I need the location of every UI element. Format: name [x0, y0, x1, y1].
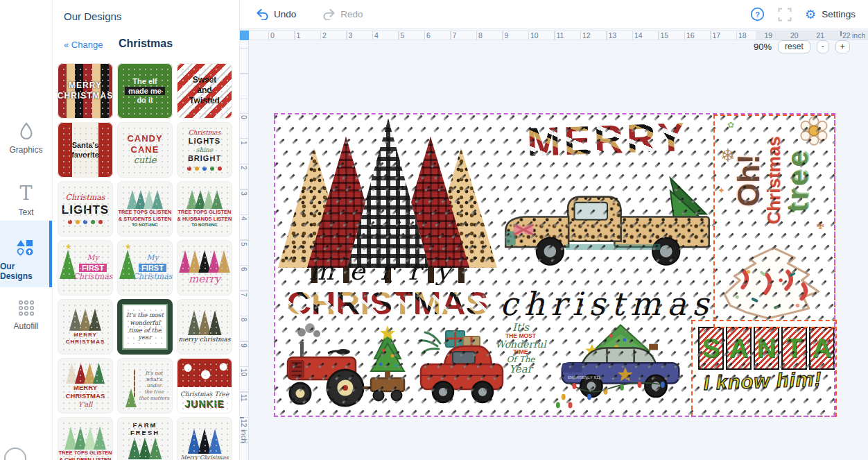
string-lights-icon: [68, 220, 72, 224]
sidebar-item-autofill[interactable]: Autofill: [0, 294, 52, 343]
design-thumbnail-elf-made-me-do-it[interactable]: The elfmade medo it: [117, 63, 173, 119]
thumbnail-text: cutie: [134, 155, 157, 166]
settings-button[interactable]: Settings: [822, 9, 856, 19]
zoom-out-button[interactable]: -: [817, 40, 829, 53]
design-thumbnail-merry-christmas-plaid[interactable]: MERRYCHRISTMAS: [58, 63, 113, 119]
santa-letter-tiles: SANTA: [698, 327, 835, 370]
zoom-reset-button[interactable]: reset: [778, 40, 810, 53]
design-thumbnail-christmas-lights[interactable]: ChristmasLIGHTS: [58, 181, 113, 237]
tree-icon: [125, 389, 137, 407]
design-thumbnail-christmas-tree-junkie[interactable]: Christmas TreeJUNKIE: [177, 358, 232, 414]
thumbnail-text: My: [87, 254, 98, 263]
thumbnail-trees: [71, 309, 100, 331]
h-ruler-label: 10: [530, 31, 539, 40]
tree-icon: [79, 309, 92, 331]
category-title: Christmas: [52, 37, 239, 50]
thumbnail-text: It's not: [146, 370, 163, 376]
canvas-design-trees-merry-christmas[interactable]: merry CHRISTMAS: [278, 119, 497, 321]
thumbnail-text: what's: [146, 377, 162, 382]
thumbnail-text: CANDY: [127, 134, 162, 144]
canvas-design-christmas-police-car[interactable]: EMERGENCY 911: [554, 323, 690, 411]
droplet-icon: [18, 122, 35, 140]
design-thumbnail-tree-tops-glisten-children[interactable]: TREE TOPS GLISTEN& CHILDREN LISTEN: [58, 417, 113, 460]
sidebar-item-graphics[interactable]: Graphics: [0, 117, 52, 164]
design-thumbnail-camo-merry-christmas[interactable]: MERRYCHRISTMAS: [58, 299, 113, 355]
canvas-design-santa-i-know-him[interactable]: SANTA I know him!: [693, 321, 833, 413]
h-ruler-label: 11: [557, 31, 564, 40]
ruler-shade: [756, 31, 868, 40]
design-thumbnail-merry-christmas-yall[interactable]: MERRYCHRISTMASY'all: [58, 358, 113, 414]
design-thumbnail-santas-favorite[interactable]: Santa'sfavorite: [58, 122, 113, 178]
help-icon[interactable]: ?: [750, 7, 765, 22]
police-car-art: [554, 323, 690, 411]
sidebar-item-text[interactable]: T Text: [0, 179, 52, 226]
design-thumbnail-tree-tops-glisten-students[interactable]: TREE TOPS GLISTEN& STUDENTS LISTENTO NOT…: [117, 181, 173, 237]
thumbnail-text: The elf: [132, 77, 157, 86]
tree-icon: [209, 429, 222, 454]
zoom-in-button[interactable]: +: [835, 40, 850, 53]
v-ruler-label: 8: [239, 318, 248, 322]
i-know-him-text: I know him!: [692, 367, 833, 395]
chat-widget-button[interactable]: [4, 448, 26, 460]
h-ruler-label: 13: [609, 31, 617, 40]
v-ruler-label: 11: [239, 394, 248, 402]
sidebar-item-our-designs[interactable]: Our Designs: [0, 221, 52, 287]
h-ruler-label: 18: [738, 31, 747, 40]
watermark-slash: [835, 327, 835, 332]
ruler-origin-marker: [239, 31, 249, 40]
santa-letter-tile: A: [726, 327, 752, 370]
fullscreen-icon[interactable]: [778, 8, 792, 22]
thumbnail-text: FIRST: [139, 264, 166, 273]
h-ruler-label: 5: [401, 31, 405, 40]
thumbnail-text: Christmas: [73, 273, 113, 282]
santa-letter-tile: S: [698, 327, 724, 370]
sparkle-icon: ✦: [718, 185, 725, 196]
h-ruler-label: 15: [661, 31, 669, 40]
design-thumbnail-merry-christmas-blue-plaid[interactable]: Merry Christmas: [177, 417, 232, 460]
tree-icon: [69, 309, 82, 331]
design-thumbnail-merry-trees[interactable]: merry: [177, 240, 232, 296]
undo-button[interactable]: Undo: [256, 8, 296, 20]
tree-icon: [152, 190, 163, 209]
gang-sheet-builder-app: Graphics T Text Our Designs: [0, 0, 868, 460]
canvas-design-merry-leopard-truck[interactable]: MERRY: [497, 117, 718, 323]
design-thumbnail-tree-tops-glisten-husbands[interactable]: TREE TOPS GLISTEN& HUSBANDS LISTENTO NOT…: [177, 181, 232, 237]
string-lights-icon: [187, 167, 191, 171]
sidebar-item-label: Graphics: [9, 145, 42, 155]
design-thumbnail-my-first-christmas-pink[interactable]: MyFIRSTChristmas: [58, 240, 113, 296]
v-ruler-label: 0: [239, 115, 248, 119]
sheet-end-tick: [840, 31, 842, 36]
design-thumbnail-farm-fresh-christmas-trees[interactable]: FARM FRESHChristmas Trees: [117, 417, 173, 460]
gang-sheet-canvas[interactable]: merry CHRISTMAS MERRY: [274, 113, 835, 417]
canvas-design-wonderful-time-truck[interactable]: It's THE MOST Wonderful TIME Of The Year: [417, 321, 553, 413]
v-ruler-label: 10: [239, 368, 248, 377]
canvas-design-christmas-tractor[interactable]: [279, 323, 413, 411]
design-thumbnail-not-whats-under-the-tree[interactable]: It's notwhat'sunderthe treethat matters: [117, 358, 173, 414]
tree-icon: [209, 310, 222, 335]
v-ruler-label: 3: [239, 191, 248, 196]
zoom-level: 90%: [754, 42, 772, 52]
h-ruler-unit: inch: [852, 31, 865, 40]
santa-letter-tile: N: [754, 327, 779, 370]
thumbnail-trees: [180, 250, 229, 273]
design-thumbnail-sweet-and-twisted[interactable]: SweetandTwisted: [177, 63, 232, 119]
thumbnail-text: that matters: [139, 395, 169, 401]
design-thumbnail-candy-cane-cutie[interactable]: CANDYCANEcutie: [117, 122, 173, 178]
thumbnail-text: LIGHTS: [62, 203, 109, 217]
v-ruler-label: 5: [239, 242, 248, 246]
thumbnail-text: Christmas Tree: [180, 391, 229, 398]
tree-icon: [208, 250, 220, 273]
gear-icon[interactable]: ⚙: [805, 8, 816, 21]
redo-button[interactable]: Redo: [322, 8, 363, 20]
christmas-script-text: christmas: [497, 285, 718, 323]
redo-icon: [322, 8, 336, 20]
design-thumbnail-christmas-lights-shine-bright[interactable]: ChristmasLIGHTSshineBRIGHT: [177, 122, 232, 178]
canvas-design-oh-christmas-tree[interactable]: Oh! Christmas tree ❄ ✦ ✙ ✿: [715, 116, 831, 324]
thumbnail-text: TO NOTHING: [191, 223, 218, 228]
h-ruler-label: 16: [686, 31, 695, 40]
tree-word: tree: [783, 148, 813, 212]
design-thumbnail-camo-merry-christmas-script[interactable]: merry christmas: [177, 299, 232, 355]
design-thumbnail-my-first-christmas-blue[interactable]: MyFIRSTChristmas: [117, 240, 173, 296]
design-thumbnail-most-wonderful-time-frame[interactable]: It's the mostwonderfultime of theyear: [117, 299, 173, 355]
tree-icon: [84, 426, 96, 450]
